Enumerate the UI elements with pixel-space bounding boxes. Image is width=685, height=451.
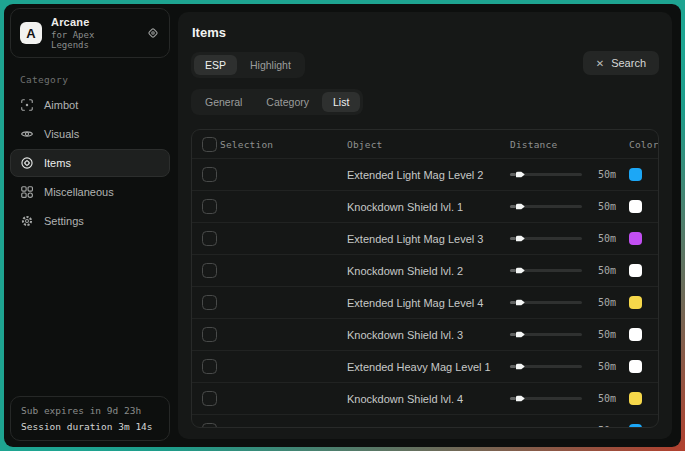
slider-thumb[interactable]: [516, 299, 525, 307]
slider-thumb[interactable]: [516, 235, 525, 243]
table-row: Knockdown Shield lvl. 1 50m: [192, 190, 658, 222]
app-subtitle: for Apex Legends: [51, 30, 137, 50]
distance-slider[interactable]: [510, 362, 582, 372]
distance-value: 50m: [590, 233, 616, 244]
column-header-object: Object: [347, 139, 383, 150]
color-swatch[interactable]: [629, 392, 642, 405]
column-header-selection: Selection: [220, 139, 273, 150]
distance-slider[interactable]: [510, 330, 582, 340]
color-swatch[interactable]: [629, 328, 642, 341]
table-row: Knockdown Shield lvl. 2 50m: [192, 254, 658, 286]
distance-value: 50m: [590, 329, 616, 340]
sidebar-item-settings[interactable]: Settings: [10, 207, 170, 235]
table-row: Extended Heavy Mag Level 1 50m: [192, 350, 658, 382]
distance-value: 50m: [590, 361, 616, 372]
table-row: Extended Light Mag Level 4 50m: [192, 286, 658, 318]
table-row: Backpack lvl. 1 50m: [192, 414, 658, 428]
slider-thumb[interactable]: [516, 171, 525, 179]
sidebar-item-visuals[interactable]: Visuals: [10, 120, 170, 148]
session-info-card: Sub expires in 9d 23h Session duration 3…: [10, 396, 170, 441]
sidebar-nav: Aimbot Visuals Items Miscellaneous Setti…: [10, 91, 170, 235]
package-icon: [20, 156, 34, 170]
row-checkbox[interactable]: [202, 423, 217, 428]
distance-value: 50m: [590, 265, 616, 276]
grid-icon: [20, 185, 34, 199]
row-checkbox[interactable]: [202, 231, 217, 246]
object-label: Knockdown Shield lvl. 1: [347, 201, 463, 213]
sidebar-item-aimbot[interactable]: Aimbot: [10, 91, 170, 119]
object-label: Extended Light Mag Level 4: [347, 297, 483, 309]
distance-slider[interactable]: [510, 170, 582, 180]
distance-value: 50m: [590, 169, 616, 180]
slider-thumb[interactable]: [516, 267, 525, 275]
distance-slider[interactable]: [510, 426, 582, 429]
distance-slider[interactable]: [510, 202, 582, 212]
slider-thumb[interactable]: [516, 203, 525, 211]
app-name: Arcane: [51, 16, 137, 28]
tab-category[interactable]: Category: [255, 92, 320, 112]
page-title: Items: [192, 25, 659, 40]
distance-slider[interactable]: [510, 234, 582, 244]
row-checkbox[interactable]: [202, 167, 217, 182]
color-swatch[interactable]: [629, 232, 642, 245]
sidebar: A Arcane for Apex Legends Category Aimbo…: [4, 4, 174, 447]
view-tab-group: General Category List: [191, 89, 363, 115]
table-row: Knockdown Shield lvl. 3 50m: [192, 318, 658, 350]
color-swatch[interactable]: [629, 360, 642, 373]
select-all-checkbox[interactable]: [202, 137, 217, 152]
tab-highlight[interactable]: Highlight: [239, 55, 302, 75]
slider-thumb[interactable]: [516, 395, 525, 403]
object-label: Extended Light Mag Level 3: [347, 233, 483, 245]
table-row: Extended Light Mag Level 3 50m: [192, 222, 658, 254]
sidebar-item-label: Aimbot: [44, 99, 78, 111]
slider-thumb[interactable]: [516, 331, 525, 339]
color-swatch[interactable]: [629, 200, 642, 213]
app-logo: A: [20, 22, 42, 44]
color-swatch[interactable]: [629, 168, 642, 181]
row-checkbox[interactable]: [202, 327, 217, 342]
row-checkbox[interactable]: [202, 263, 217, 278]
object-label: Knockdown Shield lvl. 4: [347, 393, 463, 405]
tab-esp[interactable]: ESP: [194, 55, 237, 75]
search-label: Search: [611, 57, 646, 69]
object-label: Backpack lvl. 1: [347, 425, 420, 429]
column-header-distance: Distance: [510, 139, 557, 150]
tab-list[interactable]: List: [322, 92, 360, 112]
sidebar-item-items[interactable]: Items: [10, 149, 170, 177]
distance-slider[interactable]: [510, 298, 582, 308]
slider-thumb[interactable]: [516, 363, 525, 371]
sidebar-item-label: Items: [44, 157, 71, 169]
search-button[interactable]: ✕ Search: [583, 51, 659, 75]
distance-value: 50m: [590, 393, 616, 404]
category-section-label: Category: [20, 74, 170, 85]
sidebar-item-label: Settings: [44, 215, 84, 227]
gear-icon: [20, 214, 34, 228]
brand-card: A Arcane for Apex Legends: [10, 8, 170, 58]
slider-thumb[interactable]: [516, 427, 525, 429]
color-swatch[interactable]: [629, 424, 642, 428]
tab-general[interactable]: General: [194, 92, 253, 112]
sidebar-item-miscellaneous[interactable]: Miscellaneous: [10, 178, 170, 206]
close-icon: ✕: [596, 58, 604, 69]
crosshair-icon: [20, 98, 34, 112]
gem-icon[interactable]: [146, 26, 160, 40]
distance-value: 50m: [590, 297, 616, 308]
distance-value: 50m: [590, 201, 616, 212]
color-swatch[interactable]: [629, 296, 642, 309]
object-label: Extended Heavy Mag Level 1: [347, 361, 491, 373]
color-swatch[interactable]: [629, 264, 642, 277]
mode-tab-group: ESP Highlight: [191, 52, 305, 78]
object-label: Knockdown Shield lvl. 2: [347, 265, 463, 277]
sub-expires-text: Sub expires in 9d 23h: [21, 405, 159, 416]
distance-slider[interactable]: [510, 394, 582, 404]
row-checkbox[interactable]: [202, 295, 217, 310]
row-checkbox[interactable]: [202, 199, 217, 214]
row-checkbox[interactable]: [202, 359, 217, 374]
row-checkbox[interactable]: [202, 391, 217, 406]
table-row: Extended Light Mag Level 2 50m: [192, 158, 658, 190]
object-label: Knockdown Shield lvl. 3: [347, 329, 463, 341]
items-table: Selection Object Distance Color Extended…: [191, 129, 659, 428]
distance-slider[interactable]: [510, 266, 582, 276]
session-duration-text: Session duration 3m 14s: [21, 421, 159, 432]
table-row: Knockdown Shield lvl. 4 50m: [192, 382, 658, 414]
